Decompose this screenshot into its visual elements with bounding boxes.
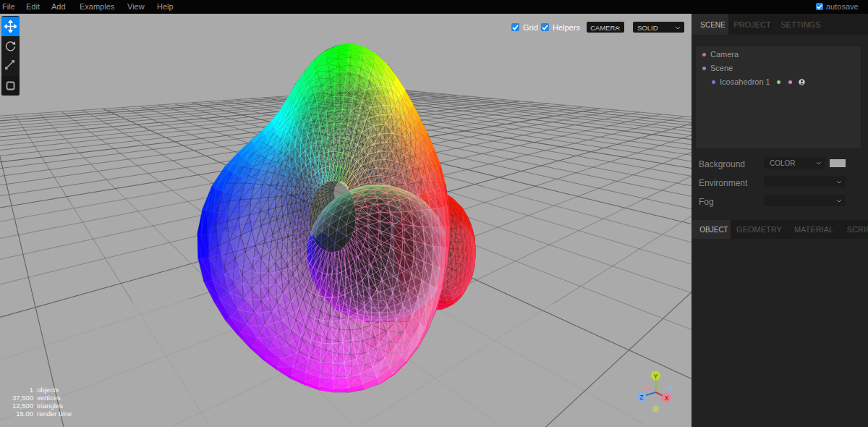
svg-text:Y: Y (653, 373, 658, 380)
svg-text:X: X (664, 394, 668, 402)
svg-text:Z: Z (639, 394, 644, 401)
